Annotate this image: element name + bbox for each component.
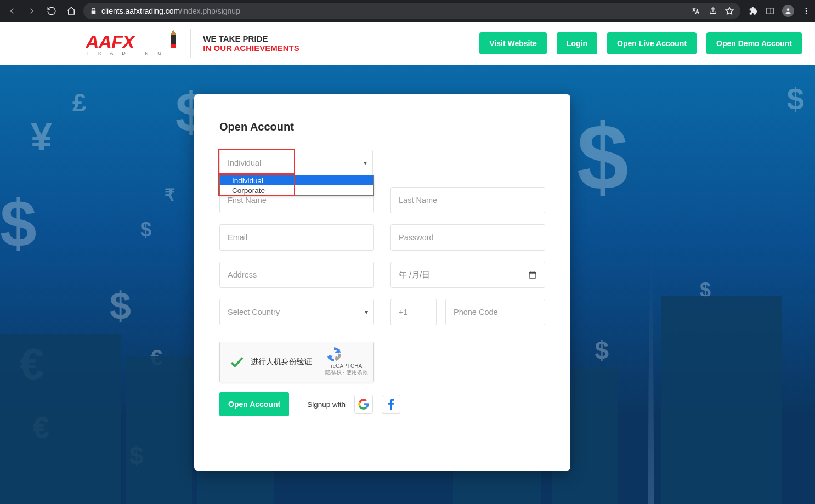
dob-input[interactable]: 年 /月/日 — [390, 262, 545, 288]
account-type-field: Individual ▾ Individual Corporate — [219, 150, 373, 176]
logo[interactable]: AAFX T R A D I N G — [86, 31, 178, 56]
open-demo-account-button[interactable]: Open Demo Account — [706, 32, 802, 54]
logo-subtext: T R A D I N G — [86, 50, 165, 56]
extensions-icon[interactable] — [749, 7, 758, 15]
bookmark-star-icon[interactable] — [725, 7, 734, 15]
account-type-option-individual[interactable]: Individual — [220, 175, 373, 185]
visit-website-button[interactable]: Visit Website — [479, 32, 547, 54]
svg-rect-1 — [767, 8, 773, 14]
address-input[interactable] — [219, 262, 374, 288]
address-bar[interactable]: clients.aafxtrading.com/index.php/signup — [83, 3, 740, 19]
account-type-dropdown: Individual Corporate — [219, 175, 374, 196]
svg-point-6 — [806, 13, 807, 14]
share-icon[interactable] — [709, 7, 717, 15]
page-background: $ $ ¥ $ £ $ $ € € € $ $ $ $ ₹ Open Accou… — [0, 65, 815, 504]
password-input[interactable] — [390, 224, 545, 251]
profile-avatar[interactable] — [782, 5, 794, 17]
dial-code-input[interactable] — [390, 299, 437, 325]
signup-with-label: Signup with — [307, 400, 346, 409]
svg-marker-8 — [171, 30, 176, 35]
forward-button[interactable] — [24, 3, 39, 19]
checkmark-icon — [229, 354, 245, 370]
reload-button[interactable] — [44, 3, 59, 19]
account-type-option-corporate[interactable]: Corporate — [220, 185, 373, 195]
svg-rect-9 — [171, 44, 176, 48]
recaptcha-widget[interactable]: 进行人机身份验证 reCAPTCHA 隐私权 - 使用条款 — [219, 342, 374, 382]
country-placeholder: Select Country — [228, 308, 280, 316]
translate-icon[interactable] — [692, 7, 701, 15]
recaptcha-label: 进行人机身份验证 — [251, 357, 312, 367]
logo-text: AAFX — [86, 31, 134, 52]
back-button[interactable] — [4, 3, 20, 19]
country-select[interactable]: Select Country ▾ — [219, 299, 374, 325]
pencil-icon — [168, 29, 178, 49]
panel-icon[interactable] — [766, 7, 774, 15]
open-live-account-button[interactable]: Open Live Account — [607, 32, 697, 54]
recaptcha-brand: reCAPTCHA — [325, 363, 368, 369]
submit-row: Open Account Signup with — [219, 392, 545, 416]
tagline: WE TAKE PRIDE IN OUR ACHIEVEMENTS — [203, 34, 299, 53]
last-name-input[interactable] — [390, 187, 545, 213]
google-signup-button[interactable] — [354, 395, 373, 414]
home-button[interactable] — [64, 3, 79, 19]
login-button[interactable]: Login — [557, 32, 597, 54]
email-input[interactable] — [219, 224, 374, 251]
google-icon — [358, 399, 369, 410]
calendar-icon — [528, 270, 537, 279]
account-type-selected: Individual — [228, 158, 261, 167]
chevron-down-icon: ▾ — [364, 159, 367, 167]
svg-rect-10 — [529, 272, 536, 278]
svg-marker-0 — [726, 7, 733, 14]
svg-point-4 — [806, 8, 807, 9]
svg-point-3 — [787, 8, 790, 11]
lock-icon — [90, 8, 97, 15]
svg-point-5 — [806, 10, 807, 12]
kebab-menu-icon[interactable] — [802, 7, 811, 15]
url-text: clients.aafxtrading.com/index.php/signup — [101, 7, 240, 15]
account-type-select[interactable]: Individual ▾ — [219, 150, 373, 176]
facebook-icon — [388, 399, 394, 410]
open-account-submit[interactable]: Open Account — [219, 392, 289, 416]
date-placeholder: 年 /月/日 — [399, 270, 430, 280]
form-title: Open Account — [219, 121, 545, 133]
chevron-down-icon: ▾ — [365, 308, 368, 316]
browser-toolbar: clients.aafxtrading.com/index.php/signup — [0, 0, 815, 22]
recaptcha-icon — [325, 346, 343, 363]
phone-input[interactable] — [445, 299, 545, 325]
signup-card: Open Account Individual ▾ Individual Cor… — [194, 94, 570, 471]
facebook-signup-button[interactable] — [382, 395, 400, 414]
site-header: AAFX T R A D I N G WE TAKE PRIDE IN OUR … — [0, 22, 815, 65]
recaptcha-terms[interactable]: 隐私权 - 使用条款 — [325, 369, 368, 376]
